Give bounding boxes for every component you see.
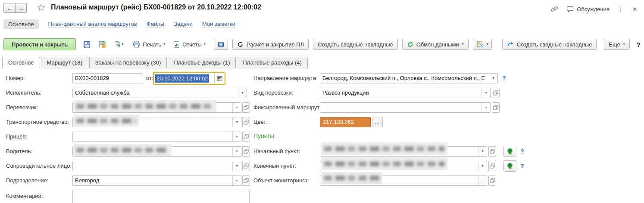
- executor-combobox[interactable]: Собственная служба ▾: [72, 88, 247, 98]
- monitoring-open-button[interactable]: [488, 175, 496, 186]
- escort-label: Сопроводительное лицо:: [6, 161, 72, 171]
- division-combobox[interactable]: Белгород ▾: [72, 175, 241, 186]
- chevron-down-icon[interactable]: ▾: [232, 132, 241, 141]
- date-input[interactable]: 20.10.2022 12:00:02: [153, 72, 225, 85]
- comment-label: Комментарий:: [6, 191, 43, 201]
- open-icon: [244, 120, 249, 125]
- structure-button[interactable]: [214, 39, 228, 50]
- trailer-combobox[interactable]: ▾: [72, 132, 241, 142]
- chevron-down-icon[interactable]: ▾: [232, 176, 241, 185]
- color-swatch[interactable]: 217,133,062: [320, 117, 371, 127]
- chevron-down-icon[interactable]: ▾: [238, 88, 247, 98]
- chevron-down-icon[interactable]: ▾: [478, 147, 487, 156]
- post-and-close-button[interactable]: Провести и закрыть: [3, 38, 76, 50]
- open-icon: [244, 134, 249, 139]
- list-icon: [218, 41, 224, 48]
- tab-planned-expenses[interactable]: Плановые расходы (4): [237, 57, 307, 68]
- chevron-down-icon[interactable]: ▾: [481, 88, 490, 98]
- number-label: Номер:: [6, 73, 25, 83]
- end-point-open-button[interactable]: [488, 161, 496, 171]
- carrier-open-button[interactable]: [242, 102, 250, 113]
- nav-item-plan-fact[interactable]: План-фактный анализ маршрутов: [48, 21, 137, 28]
- scheduled-doc-button[interactable]: ▾: [473, 39, 492, 50]
- tab-main[interactable]: Основное: [2, 57, 40, 68]
- toolbar: Провести и закрыть ▾ Печать ▾ Отчеты ▾ Р…: [3, 38, 641, 51]
- favorite-star-icon[interactable]: [37, 3, 45, 12]
- open-icon: [493, 105, 498, 110]
- chevron-down-icon[interactable]: ▾: [232, 147, 241, 156]
- end-point-help[interactable]: ?: [520, 161, 524, 171]
- chevron-down-icon[interactable]: ▾: [481, 103, 490, 112]
- nav-item-tasks[interactable]: Задачи: [174, 21, 193, 28]
- nav-item-files[interactable]: Файлы: [147, 21, 164, 28]
- start-point-map-button[interactable]: [503, 146, 516, 157]
- save-button[interactable]: [81, 39, 93, 50]
- fixed-route-open-button[interactable]: [492, 102, 500, 113]
- close-icon[interactable]: ✕: [631, 6, 638, 12]
- fixed-route-combobox[interactable]: ▾: [320, 102, 491, 113]
- monitoring-redacted-text: [321, 172, 382, 184]
- color-picker-button[interactable]: ...: [372, 117, 383, 127]
- print-button[interactable]: Печать ▾: [131, 39, 167, 50]
- transport-kind-combobox[interactable]: Развоз продукции ▾: [320, 88, 491, 98]
- open-icon: [490, 149, 495, 154]
- calc-close-waybill-button[interactable]: Расчет и закрытие ПЛ: [232, 39, 309, 50]
- tab-route[interactable]: Маршрут (18): [41, 57, 88, 68]
- calendar-icon[interactable]: [214, 73, 225, 84]
- discussion-button[interactable]: Обсуждение: [566, 6, 610, 12]
- number-input[interactable]: БХ00-001829: [72, 73, 143, 83]
- nav-item-main[interactable]: Основное: [3, 19, 39, 29]
- nav-item-notes[interactable]: Мои заметки: [202, 21, 235, 28]
- selected-date-text: 20.10.2022 12:00:02: [155, 74, 209, 83]
- chevron-down-icon[interactable]: ▾: [478, 161, 487, 171]
- vehicle-open-button[interactable]: [242, 117, 250, 127]
- monitoring-label: Объект мониторинга:: [253, 175, 309, 186]
- post-document-button[interactable]: [96, 39, 108, 50]
- trailer-open-button[interactable]: [242, 132, 250, 142]
- date-label: от:: [146, 73, 153, 83]
- chevron-down-icon[interactable]: ▾: [232, 161, 241, 171]
- driver-open-button[interactable]: [242, 146, 250, 157]
- ellipsis-button[interactable]: ...: [478, 176, 487, 185]
- end-point-map-button[interactable]: [503, 160, 516, 172]
- transport-kind-open-button[interactable]: [492, 88, 500, 98]
- open-icon: [244, 178, 249, 183]
- vehicle-label: Транспортное средство:: [6, 117, 69, 127]
- print-icon: [133, 41, 141, 48]
- tab-transport-orders[interactable]: Заказы на перевозку (30): [89, 57, 167, 68]
- start-point-label: Начальный пункт:: [253, 146, 300, 157]
- help-button[interactable]: ?: [637, 41, 641, 48]
- copy-link-icon[interactable]: [548, 3, 560, 15]
- chevron-down-icon[interactable]: ▾: [232, 103, 241, 112]
- escort-open-button[interactable]: [242, 161, 250, 171]
- tab-planned-income[interactable]: Плановые доходы (1): [168, 57, 236, 68]
- reports-button[interactable]: Отчеты ▾: [171, 39, 208, 50]
- comment-textarea[interactable]: [72, 190, 250, 203]
- back-button[interactable]: ←: [4, 3, 15, 12]
- create-consolidated-invoices-button[interactable]: Создать сводные накладные: [313, 39, 398, 50]
- points-section-header: Пункты: [253, 131, 274, 141]
- open-icon: [244, 149, 249, 154]
- chevron-down-icon[interactable]: ▾: [232, 117, 241, 127]
- page-title: Плановый маршрут (рейс) БХ00-001829 от 2…: [51, 3, 261, 11]
- escort-combobox[interactable]: ▾: [72, 161, 241, 171]
- division-open-button[interactable]: [242, 175, 250, 186]
- create-based-on-button[interactable]: ▾: [112, 39, 125, 50]
- start-point-help[interactable]: ?: [520, 146, 524, 157]
- create-consolidated-invoices-2-button[interactable]: Создать сводные накладные: [502, 39, 597, 50]
- window-menu-icon[interactable]: ⋮: [616, 5, 625, 13]
- open-icon: [490, 163, 495, 169]
- save-icon: [83, 41, 91, 48]
- transport-kind-label: Вид перевозки:: [253, 88, 293, 98]
- data-exchange-button[interactable]: Обмен данными ▾: [402, 39, 469, 50]
- discussion-label: Обсуждение: [577, 6, 610, 12]
- direction-help[interactable]: ?: [502, 73, 506, 83]
- start-point-open-button[interactable]: [488, 146, 496, 157]
- direction-combobox[interactable]: Белгород, Комсомольский п., Орловка с., …: [320, 73, 498, 83]
- start-point-redacted-text: [321, 142, 447, 155]
- trailer-label: Прицеп:: [6, 132, 27, 142]
- chevron-down-icon[interactable]: ▾: [489, 74, 497, 83]
- post-document-icon: [98, 41, 106, 48]
- more-button[interactable]: Еще ▾: [604, 39, 629, 50]
- forward-button[interactable]: →: [15, 3, 26, 12]
